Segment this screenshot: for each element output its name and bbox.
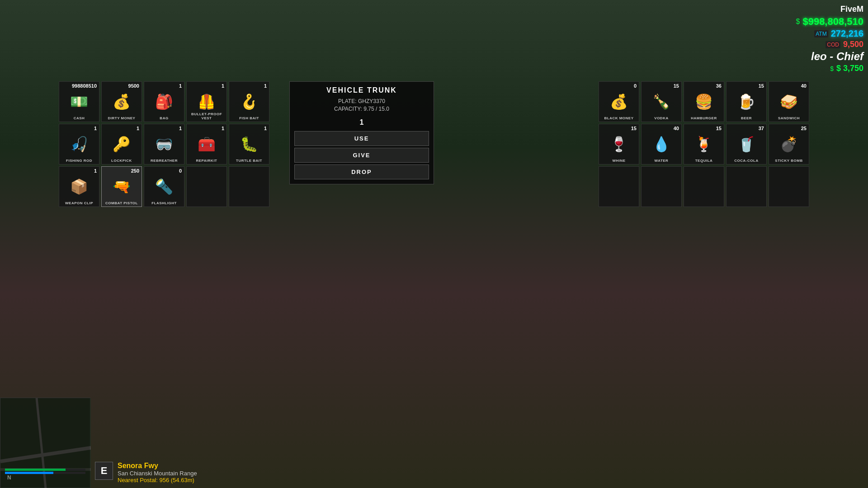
trunk-label-hamburger: HAMBURGER xyxy=(684,116,724,120)
trunk-slot-water[interactable]: 40💧WATER xyxy=(641,124,682,164)
trunk-slot-empty1[interactable] xyxy=(599,166,639,207)
hud-cash-stat: $ $998,808,510 xyxy=(796,16,863,28)
location-postal: Nearest Postal: 956 (54.63m) xyxy=(118,477,197,483)
player-inventory: 998808510💵CASH9500💰DIRTY MONEY1🎒BAG1🦺BUL… xyxy=(59,81,269,207)
trunk-slot-tequila[interactable]: 15🍹TEQUILA xyxy=(684,124,724,164)
trunk-slot-black_money[interactable]: 0💰BLACK MONEY xyxy=(599,81,639,122)
slot-count-bag: 1 xyxy=(179,83,182,89)
plate-label: PLATE: xyxy=(338,98,356,104)
whine-trunk-icon: 🍷 xyxy=(610,137,628,151)
trunk-count-sticky_bomb: 25 xyxy=(801,126,807,131)
drop-button[interactable]: DROP xyxy=(294,164,429,179)
inv-slot-empty2[interactable] xyxy=(229,166,269,207)
slot-count-bullet_proof_vest: 1 xyxy=(222,83,224,89)
flashlight-icon: 🔦 xyxy=(155,179,173,194)
inv-slot-rebreather[interactable]: 1🥽REBREATHER xyxy=(144,124,184,164)
bank-icon: ATM xyxy=(814,30,828,38)
trunk-label-water: WATER xyxy=(642,159,681,163)
inv-slot-turtle_bait[interactable]: 1🐛TURTLE BAIT xyxy=(229,124,269,164)
hud-dirty-value: $ 3,750 xyxy=(836,64,863,73)
give-button[interactable]: GIVE xyxy=(294,148,429,163)
slot-label-dirty_money: DIRTY MONEY xyxy=(102,116,142,120)
inv-slot-flashlight[interactable]: 0🔦FLASHLIGHT xyxy=(144,166,184,207)
trunk-slot-coca_cola[interactable]: 37🥤COCA-COLA xyxy=(726,124,767,164)
trunk-panel: VEHICLE TRUNK PLATE: GHZY3370 CAPACITY: … xyxy=(289,81,434,184)
inv-slot-bullet_proof_vest[interactable]: 1🦺BULLET-PROOF VEST xyxy=(186,81,227,122)
hud-crypto-value: 9,500 xyxy=(843,40,863,49)
slot-label-flashlight: FLASHLIGHT xyxy=(144,201,184,205)
trunk-plate: PLATE: GHZY3370 xyxy=(294,98,429,104)
trunk-capacity: CAPACITY: 9.75 / 15.0 xyxy=(294,106,429,112)
hud-bank-stat: ATM 272,216 xyxy=(796,28,863,39)
inv-slot-bag[interactable]: 1🎒BAG xyxy=(144,81,184,122)
water-trunk-icon: 💧 xyxy=(652,137,670,151)
location-street: Senora Fwy xyxy=(118,462,197,470)
inv-slot-fish_bait[interactable]: 1🪝FISH BAIT xyxy=(229,81,269,122)
slot-count-weapon_clip: 1 xyxy=(94,168,97,174)
trunk-count-sandwich: 40 xyxy=(801,83,807,89)
tequila-trunk-icon: 🍹 xyxy=(695,137,713,151)
bag-icon: 🎒 xyxy=(155,94,173,109)
trunk-slot-whine[interactable]: 15🍷WHINE xyxy=(599,124,639,164)
inv-slot-repairkit[interactable]: 1🧰REPAIRKIT xyxy=(186,124,227,164)
trunk-count-water: 40 xyxy=(674,126,679,131)
inv-slot-dirty_money[interactable]: 9500💰DIRTY MONEY xyxy=(101,81,142,122)
sticky_bomb-trunk-icon: 💣 xyxy=(780,137,798,151)
slot-label-fishing_rod: FISHING ROD xyxy=(59,159,99,163)
trunk-slot-hamburger[interactable]: 36🍔HAMBURGER xyxy=(684,81,724,122)
hud-player-name: leo - Chief xyxy=(811,50,863,63)
trunk-label-whine: WHINE xyxy=(599,159,639,163)
trunk-label-black_money: BLACK MONEY xyxy=(599,116,639,120)
player-inv-grid: 998808510💵CASH9500💰DIRTY MONEY1🎒BAG1🦺BUL… xyxy=(59,81,269,207)
trunk-slot-vodka[interactable]: 15🍾VODKA xyxy=(641,81,682,122)
inv-slot-combat_pistol[interactable]: 250🔫COMBAT PISTOL xyxy=(101,166,142,207)
hamburger-trunk-icon: 🍔 xyxy=(695,94,713,109)
minimap: N xyxy=(0,398,90,488)
trunk-slot-sandwich[interactable]: 40🥪SANDWICH xyxy=(769,81,809,122)
use-button[interactable]: USE xyxy=(294,131,429,146)
slot-label-bag: BAG xyxy=(144,116,184,120)
svg-rect-0 xyxy=(0,398,91,488)
inv-slot-fishing_rod[interactable]: 1🎣FISHING ROD xyxy=(59,124,99,164)
trunk-count-beer: 15 xyxy=(759,83,764,89)
inv-slot-weapon_clip[interactable]: 1📦WEAPON CLIP xyxy=(59,166,99,207)
trunk-slot-empty5[interactable] xyxy=(769,166,809,207)
hud-dirty-stat: $ $ 3,750 xyxy=(796,64,863,73)
slot-count-repairkit: 1 xyxy=(222,126,224,131)
slot-label-bullet_proof_vest: BULLET-PROOF VEST xyxy=(187,112,226,120)
key-e: E xyxy=(95,462,113,480)
trunk-count-tequila: 15 xyxy=(716,126,722,131)
trunk-label-coca_cola: COCA-COLA xyxy=(726,159,766,163)
inv-slot-cash[interactable]: 998808510💵CASH xyxy=(59,81,99,122)
black_money-trunk-icon: 💰 xyxy=(610,94,628,109)
vodka-trunk-icon: 🍾 xyxy=(652,94,670,109)
dirty-dollar-icon: $ xyxy=(830,65,834,72)
inv-slot-lockpick[interactable]: 1🔑LOCKPICK xyxy=(101,124,142,164)
trunk-count-hamburger: 36 xyxy=(716,83,722,89)
trunk-slot-empty2[interactable] xyxy=(641,166,682,207)
turtle_bait-icon: 🐛 xyxy=(240,137,258,151)
lockpick-icon: 🔑 xyxy=(113,137,131,151)
location-info: E Senora Fwy San Chianski Mountain Range… xyxy=(95,462,197,483)
slot-label-fish_bait: FISH BAIT xyxy=(229,116,269,120)
hud-bank-value: 272,216 xyxy=(831,28,863,39)
trunk-label-vodka: VODKA xyxy=(642,116,681,120)
slot-count-turtle_bait: 1 xyxy=(264,126,267,131)
trunk-selected-qty: 1 xyxy=(294,118,429,127)
trunk-slot-beer[interactable]: 15🍺BEER xyxy=(726,81,767,122)
crypto-icon: COD xyxy=(826,41,840,48)
trunk-slot-sticky_bomb[interactable]: 25💣STICKY BOMB xyxy=(769,124,809,164)
game-background xyxy=(0,0,868,488)
hud-crypto-stat: COD 9,500 xyxy=(796,40,863,49)
hud-name-stat: leo - Chief xyxy=(796,50,863,63)
trunk-actions: USE GIVE DROP xyxy=(294,131,429,179)
beer-trunk-icon: 🍺 xyxy=(737,94,755,109)
trunk-slot-empty3[interactable] xyxy=(684,166,724,207)
slot-label-combat_pistol: COMBAT PISTOL xyxy=(102,201,142,205)
slot-label-repairkit: REPAIRKIT xyxy=(187,159,226,163)
slot-label-cash: CASH xyxy=(59,116,99,120)
trunk-slot-empty4[interactable] xyxy=(726,166,767,207)
slot-count-flashlight: 0 xyxy=(179,168,182,174)
inv-slot-empty1[interactable] xyxy=(186,166,227,207)
capacity-label: CAPACITY: xyxy=(334,106,362,112)
